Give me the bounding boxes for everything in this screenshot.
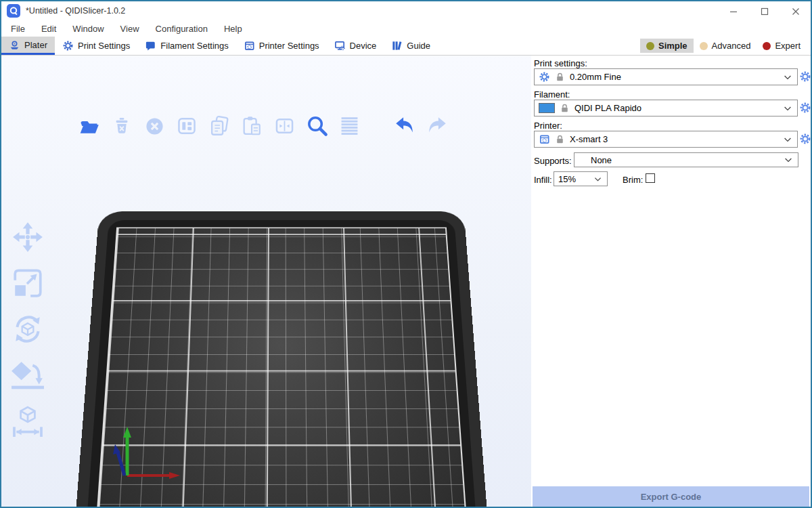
menu-configuration[interactable]: Configuration (148, 22, 216, 36)
chevron-down-icon (782, 134, 793, 145)
printer-icon (539, 133, 550, 145)
3d-viewport[interactable] (1, 56, 531, 508)
mode-simple-label: Simple (658, 41, 687, 51)
tab-printer-settings-label: Printer Settings (259, 41, 319, 51)
split-to-objects-button[interactable] (272, 113, 296, 139)
place-on-face-button[interactable] (9, 358, 46, 393)
brim-checkbox[interactable] (646, 173, 655, 183)
infill-value: 15% (558, 174, 576, 184)
print-settings-combo[interactable]: 0.20mm Fine (534, 68, 798, 85)
lock-icon (555, 72, 565, 82)
lock-icon (560, 103, 570, 113)
scale-icon (11, 266, 45, 300)
maximize-button[interactable] (749, 1, 780, 21)
menu-help[interactable]: Help (216, 22, 250, 36)
tab-printer-settings[interactable]: Printer Settings (236, 37, 327, 55)
app-logo-icon (7, 4, 20, 18)
menu-file[interactable]: File (3, 22, 33, 36)
tab-print-settings-label: Print Settings (78, 41, 130, 51)
supports-value: None (579, 155, 612, 165)
tab-plater[interactable]: Plater (1, 37, 55, 55)
trash-icon (112, 115, 132, 137)
mode-advanced[interactable]: Advanced (694, 39, 757, 53)
expert-mode-dot-icon (763, 42, 771, 50)
tab-plater-label: Plater (24, 40, 47, 50)
tab-filament-settings-label: Filament Settings (160, 41, 228, 51)
split-objects-icon (273, 115, 296, 137)
mode-expert[interactable]: Expert (757, 39, 807, 53)
menu-window[interactable]: Window (64, 22, 112, 36)
rotate-button[interactable] (9, 312, 46, 347)
open-file-button[interactable] (77, 113, 102, 139)
close-icon (792, 7, 800, 16)
paste-icon (240, 114, 263, 137)
delete-all-icon (144, 116, 165, 137)
minimize-icon (729, 7, 738, 16)
settings-panel: Print settings: 0.20mm Fine Filament: QI… (531, 56, 811, 508)
menu-bar: File Edit Window View Configuration Help (1, 21, 811, 37)
window-title: *Untitled - QIDISlicer-1.0.2 (26, 6, 125, 16)
gear-icon (539, 71, 550, 83)
title-bar[interactable]: *Untitled - QIDISlicer-1.0.2 (1, 1, 811, 21)
open-folder-icon (78, 115, 101, 137)
arrange-button[interactable] (175, 113, 199, 139)
mode-expert-label: Expert (775, 41, 800, 51)
menu-view[interactable]: View (112, 22, 148, 36)
measure-button[interactable] (9, 404, 46, 439)
delete-button[interactable] (110, 113, 134, 139)
supports-combo[interactable]: None (574, 152, 798, 167)
infill-combo[interactable]: 15% (554, 171, 608, 186)
filament-value: QIDI PLA Rapido (574, 103, 641, 113)
print-settings-gear-button[interactable] (799, 70, 811, 83)
place-on-face-icon (11, 358, 45, 392)
filament-combo[interactable]: QIDI PLA Rapido (534, 100, 798, 117)
print-settings-value: 0.20mm Fine (570, 72, 621, 82)
chevron-down-icon (782, 103, 793, 114)
origin-axes-icon (100, 420, 202, 488)
filament-icon (145, 40, 156, 51)
filament-gear-button[interactable] (799, 102, 811, 114)
export-gcode-button[interactable]: Export G-code (533, 486, 809, 507)
measure-icon (11, 404, 45, 438)
device-icon (334, 40, 346, 51)
chevron-down-icon (782, 72, 793, 83)
chevron-down-icon (783, 154, 794, 165)
plater-toolbar (77, 113, 449, 139)
advanced-mode-dot-icon (700, 42, 708, 50)
move-button[interactable] (9, 219, 46, 255)
paste-button[interactable] (240, 113, 264, 139)
search-icon (305, 114, 329, 138)
close-button[interactable] (780, 1, 811, 21)
tab-print-settings[interactable]: Print Settings (55, 37, 137, 55)
infill-label: Infill: (534, 175, 552, 185)
tab-device[interactable]: Device (327, 37, 384, 55)
delete-all-button[interactable] (142, 113, 166, 139)
mode-simple[interactable]: Simple (640, 39, 694, 53)
chevron-down-icon (593, 174, 603, 184)
mode-advanced-label: Advanced (712, 41, 751, 51)
undo-button[interactable] (392, 113, 417, 139)
lock-icon (555, 134, 565, 144)
undo-icon (393, 114, 416, 137)
redo-button[interactable] (425, 113, 449, 139)
menu-edit[interactable]: Edit (33, 22, 64, 36)
printer-combo[interactable]: X-smart 3 (534, 131, 798, 148)
tab-device-label: Device (350, 41, 377, 51)
object-manipulation-toolbar (9, 219, 46, 439)
minimize-button[interactable] (718, 1, 749, 21)
tab-guide-label: Guide (407, 41, 430, 51)
search-button[interactable] (304, 113, 329, 139)
printer-gear-button[interactable] (799, 133, 811, 145)
qidislicer-window: *Untitled - QIDISlicer-1.0.2 File Edit W… (0, 0, 812, 508)
copy-button[interactable] (207, 113, 231, 139)
scale-button[interactable] (9, 266, 46, 301)
plater-icon (9, 39, 20, 51)
filament-color-swatch (539, 103, 555, 113)
print-settings-label: Print settings: (534, 58, 587, 68)
simple-mode-dot-icon (646, 42, 654, 50)
variable-layer-height-button[interactable] (337, 113, 361, 139)
printer-value: X-smart 3 (570, 134, 608, 144)
redo-icon (426, 114, 449, 137)
tab-filament-settings[interactable]: Filament Settings (137, 37, 235, 55)
tab-guide[interactable]: Guide (384, 37, 438, 55)
